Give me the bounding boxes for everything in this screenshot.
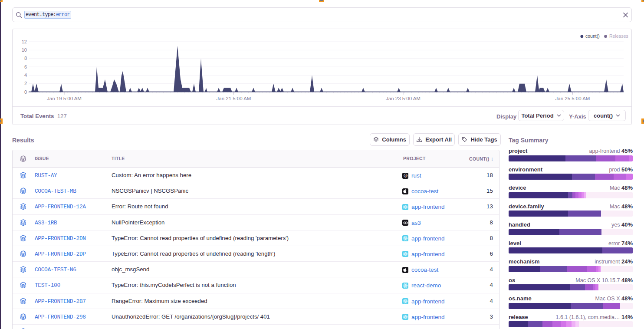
svg-text:12: 12	[22, 39, 27, 44]
svg-text:0: 0	[24, 89, 27, 95]
svg-text:count(): count()	[585, 33, 600, 39]
svg-text:Jan 21 5:00 AM: Jan 21 5:00 AM	[217, 96, 251, 101]
svg-text:Jan 19 5:00 AM: Jan 19 5:00 AM	[47, 96, 82, 101]
svg-text:R: R	[404, 174, 407, 177]
svg-text:10: 10	[22, 47, 27, 53]
svg-text:Jan 23 5:00 AM: Jan 23 5:00 AM	[386, 96, 421, 101]
svg-text:Jan 25 5:00 AM: Jan 25 5:00 AM	[555, 96, 590, 101]
svg-text:4: 4	[24, 72, 27, 78]
svg-text:8: 8	[24, 56, 27, 61]
svg-text:2: 2	[24, 81, 27, 86]
svg-text:6: 6	[24, 64, 27, 69]
svg-text:Releases: Releases	[609, 33, 628, 39]
